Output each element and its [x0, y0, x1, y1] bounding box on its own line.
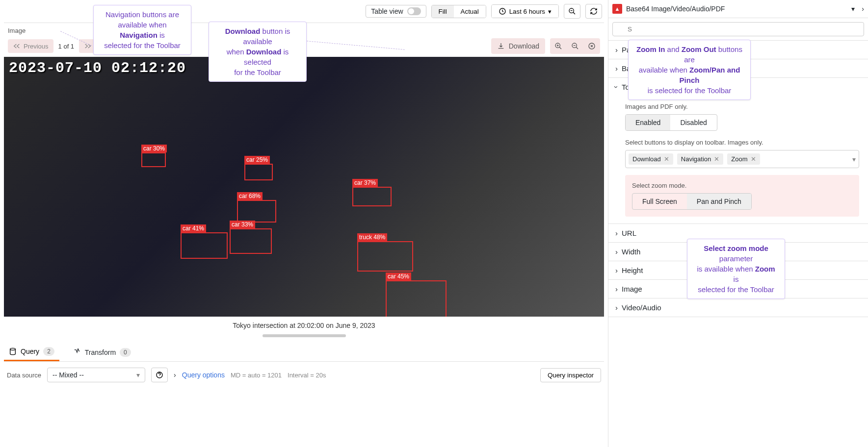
chip-label: Navigation — [681, 155, 711, 163]
chip-remove-icon[interactable]: ✕ — [751, 155, 756, 163]
detection-label: car 33% — [230, 221, 255, 228]
toolbar-enabled-option[interactable]: Enabled — [626, 115, 670, 130]
database-icon — [9, 348, 17, 355]
horizontal-scrollbar[interactable] — [263, 334, 346, 337]
right-search-bar — [608, 18, 868, 41]
tab-query[interactable]: Query 2 — [4, 343, 59, 361]
previous-label: Previous — [24, 43, 49, 50]
close-circle-icon — [588, 42, 596, 50]
question-icon — [156, 371, 163, 379]
datasource-select[interactable]: -- Mixed -- — [47, 368, 145, 382]
time-range-button[interactable]: Last 6 hours ▾ — [492, 5, 558, 18]
section-video: › Video/Audio — [608, 298, 868, 317]
datasource-label: Data source — [7, 372, 41, 379]
detection-box: car 30% — [141, 152, 166, 167]
magnify-minus-icon — [571, 42, 579, 50]
toolbar-disabled-option[interactable]: Disabled — [670, 115, 716, 130]
tab-transform-label: Transform — [85, 348, 116, 356]
toolbar-enabled-segment: Enabled Disabled — [625, 114, 717, 131]
toolbar-chip[interactable]: Navigation✕ — [677, 153, 723, 165]
detection-box: car 25% — [244, 164, 273, 180]
zoom-buttons — [550, 38, 600, 54]
detection-label: truck 48% — [357, 233, 387, 241]
detection-box: car 37% — [352, 187, 392, 206]
detection-label: car 25% — [244, 156, 270, 164]
callout-zoom: Zoom In and Zoom Out buttons are availab… — [628, 40, 751, 100]
previous-button[interactable]: Previous — [8, 39, 53, 53]
image-timestamp: 2023-07-10 02:12:20 — [9, 60, 186, 76]
detection-label: car 68% — [237, 192, 263, 200]
clock-icon — [499, 7, 506, 15]
query-md-info: MD = auto = 1201 — [231, 372, 282, 379]
table-view-label: Table view — [371, 7, 403, 15]
time-range-picker[interactable]: Last 6 hours ▾ — [491, 4, 559, 18]
callout-zoom-mode: Select zoom mode parameter is available … — [687, 239, 785, 299]
zoom-mode-label: Select zoom mode. — [632, 182, 852, 189]
time-range-label: Last 6 hours — [509, 8, 545, 15]
zoom-out-time-button[interactable] — [564, 4, 580, 19]
image-viewport[interactable]: 2023-07-10 02:12:20 car 30%car 25%car 37… — [4, 57, 604, 317]
zoom-mode-segment: Full Screen Pan and Pinch — [632, 193, 752, 210]
chip-label: Zoom — [731, 155, 747, 163]
download-button[interactable]: Download — [491, 38, 545, 54]
detection-box: car 45% — [386, 280, 447, 317]
toggle-switch[interactable] — [407, 7, 421, 15]
magnify-plus-icon — [554, 42, 562, 50]
fill-actual-group: Fill Actual — [431, 5, 486, 18]
callout-download: Download button is available when Downlo… — [209, 22, 307, 82]
detection-box: car 33% — [230, 228, 272, 254]
tab-transform-count: 0 — [120, 348, 131, 357]
table-view-toggle[interactable]: Table view — [366, 5, 426, 18]
image-background — [4, 57, 604, 317]
detection-label: car 41% — [181, 224, 206, 232]
toolbar-select-label: Select buttons to display on toolbar. Im… — [625, 139, 859, 146]
chip-remove-icon[interactable]: ✕ — [714, 155, 719, 163]
query-options-link[interactable]: Query options — [182, 371, 225, 379]
transform-icon — [73, 348, 81, 356]
plugin-title: Base64 Image/Video/Audio/PDF — [626, 5, 847, 13]
image-caption: Tokyo intersection at 20:02:00 on June 9… — [4, 317, 604, 334]
tab-query-count: 2 — [43, 347, 54, 356]
chevron-down-icon: ▾ — [852, 155, 856, 163]
toolbar-note: Images and PDF only. — [625, 103, 859, 110]
fill-button[interactable]: Fill — [432, 5, 454, 18]
query-options-chevron[interactable]: › — [174, 371, 176, 379]
rewind-icon — [13, 42, 21, 50]
callout-navigation: Navigation buttons are available when Na… — [93, 5, 191, 55]
svg-point-5 — [10, 348, 16, 350]
zoom-fullscreen-option[interactable]: Full Screen — [632, 194, 687, 209]
detection-box: car 68% — [237, 200, 276, 223]
plugin-icon: ▲ — [612, 4, 622, 14]
detection-box: truck 48% — [357, 241, 413, 272]
chevron-down-icon: ▾ — [548, 8, 552, 15]
actual-button[interactable]: Actual — [454, 5, 486, 18]
chevron-down-icon[interactable]: ▾ — [851, 5, 855, 13]
toolbar-chip[interactable]: Download✕ — [629, 153, 673, 165]
query-inspector-button[interactable]: Query inspector — [540, 368, 601, 382]
detection-label: car 45% — [386, 273, 411, 280]
download-icon — [497, 42, 505, 50]
zoom-panpinch-option[interactable]: Pan and Pinch — [687, 194, 751, 209]
chevron-right-icon[interactable]: › — [862, 5, 864, 13]
detection-label: car 37% — [352, 179, 378, 187]
zoom-out-button[interactable] — [568, 39, 582, 53]
query-interval-info: Interval = 20s — [288, 372, 326, 379]
datasource-value: -- Mixed -- — [53, 371, 84, 379]
zoom-in-button[interactable] — [551, 39, 566, 53]
toolbar-chip[interactable]: Zoom✕ — [727, 153, 760, 165]
zoom-reset-button[interactable] — [584, 39, 599, 53]
toolbar-buttons-multiselect[interactable]: Download✕Navigation✕Zoom✕▾ — [625, 150, 859, 168]
options-search-input[interactable] — [612, 22, 864, 36]
detection-box: car 41% — [181, 232, 228, 259]
download-label: Download — [509, 42, 539, 50]
chip-remove-icon[interactable]: ✕ — [664, 155, 669, 163]
refresh-icon — [590, 7, 598, 15]
refresh-button[interactable] — [585, 4, 602, 19]
zoom-mode-block: Select zoom mode. Full Screen Pan and Pi… — [625, 175, 859, 217]
datasource-help-button[interactable] — [151, 368, 168, 382]
query-tabs: Query 2 Transform 0 — [4, 341, 604, 362]
tab-transform[interactable]: Transform 0 — [68, 344, 136, 361]
section-video-header[interactable]: › Video/Audio — [608, 298, 868, 317]
section-width: › Width Select zoom mode parameter is av… — [608, 243, 868, 261]
tab-query-label: Query — [21, 348, 39, 355]
